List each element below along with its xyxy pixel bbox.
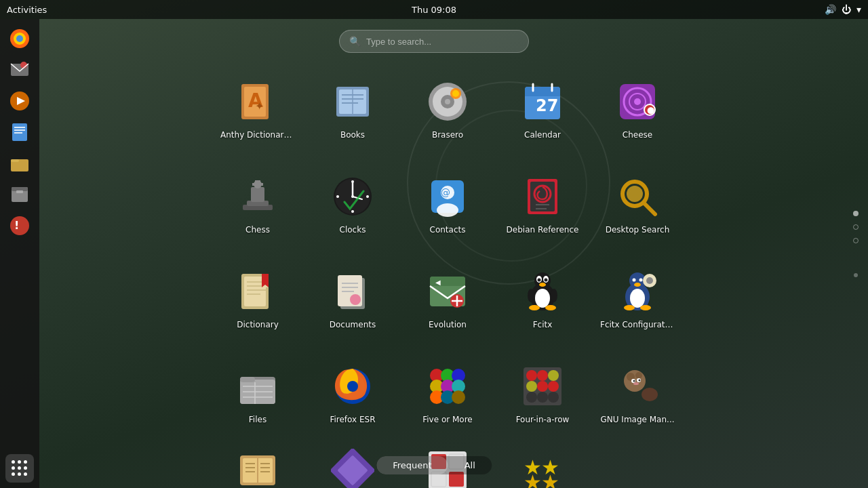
- documents-label: Documents: [330, 320, 376, 329]
- sidebar-item-liferea[interactable]: !: [5, 211, 34, 240]
- svg-point-2: [16, 35, 23, 42]
- app-item-chess[interactable]: Chess: [210, 156, 305, 251]
- app-item-five-or-more[interactable]: Five or More: [400, 346, 495, 441]
- hdate-icon: [328, 446, 377, 488]
- app-item-desktop-search[interactable]: Desktop Search: [590, 156, 685, 251]
- app-item-fcitx-configuration[interactable]: Fcitx Configurati...: [590, 251, 685, 346]
- app-item-brasero[interactable]: Brasero: [400, 61, 495, 156]
- page-indicators: [853, 211, 859, 277]
- svg-point-147: [635, 372, 642, 379]
- svg-text:★: ★: [541, 470, 559, 488]
- app-item-gnu-image-man[interactable]: GNU Image Man...: [590, 346, 685, 441]
- svg-rect-10: [14, 132, 22, 134]
- gnu-image-man-icon: [613, 362, 662, 411]
- page-dot-2[interactable]: [853, 224, 859, 230]
- calendar-label: Calendar: [524, 130, 561, 140]
- show-apps-button[interactable]: [5, 454, 34, 483]
- svg-point-143: [537, 392, 548, 403]
- svg-text:✦: ✦: [255, 100, 264, 113]
- app-item-evolution[interactable]: ◀ Evolution: [400, 251, 495, 346]
- search-bar: 🔍: [339, 30, 529, 53]
- app-item-anthy-dictionary[interactable]: A ✦ Anthy Dictionary...: [210, 61, 305, 156]
- svg-point-151: [639, 380, 641, 382]
- volume-icon[interactable]: 🔊: [825, 4, 836, 15]
- desktop-search-icon: [613, 172, 662, 221]
- svg-point-138: [548, 370, 559, 381]
- app-item-dictionary[interactable]: Dictionary: [210, 251, 305, 346]
- clock-display: Thu 09:08: [412, 5, 456, 15]
- tab-all[interactable]: All: [448, 456, 492, 474]
- sidebar-item-firefox[interactable]: [5, 24, 34, 53]
- settings-arrow-icon[interactable]: ▾: [856, 4, 861, 15]
- svg-rect-118: [240, 377, 255, 382]
- svg-rect-50: [255, 180, 260, 183]
- app-item-firefox-esr[interactable]: Firefox ESR: [305, 346, 400, 441]
- svg-text:!: !: [14, 219, 19, 232]
- power-icon[interactable]: ⏻: [842, 4, 851, 15]
- evolution-label: Evolution: [429, 320, 467, 329]
- svg-point-43: [634, 98, 641, 105]
- app-item-debian-reference[interactable]: Debian Reference: [495, 156, 590, 251]
- files-icon: [233, 362, 282, 411]
- files-label: Files: [249, 415, 267, 424]
- search-icon: 🔍: [349, 36, 361, 47]
- search-container: 🔍: [339, 30, 529, 53]
- svg-point-141: [548, 381, 559, 392]
- svg-text:⬤: ⬤: [647, 106, 654, 115]
- four-in-a-row-label: Four-in-a-row: [516, 415, 570, 424]
- app-item-clocks[interactable]: Clocks: [305, 156, 400, 251]
- page-dot-4[interactable]: [854, 273, 858, 277]
- svg-point-125: [347, 381, 358, 392]
- svg-point-63: [437, 203, 458, 217]
- svg-point-134: [452, 390, 465, 404]
- svg-point-103: [551, 289, 557, 302]
- svg-point-140: [537, 381, 548, 392]
- app-item-iagno[interactable]: ★ ★ ★ ★ Iagno: [495, 441, 590, 488]
- topbar: Activities Thu 09:08 🔊 ⏻ ▾: [0, 0, 868, 19]
- search-input[interactable]: [366, 37, 515, 47]
- svg-point-113: [640, 305, 651, 310]
- sidebar-item-writer[interactable]: [5, 118, 34, 146]
- svg-text:◀: ◀: [435, 279, 441, 286]
- books-icon: [328, 77, 377, 126]
- app-item-files[interactable]: Files: [210, 346, 305, 441]
- svg-point-57: [351, 180, 354, 183]
- app-item-documents[interactable]: Documents: [305, 251, 400, 346]
- svg-point-150: [633, 380, 635, 382]
- svg-point-58: [351, 210, 354, 213]
- app-item-contacts[interactable]: @ Contacts: [400, 156, 495, 251]
- sidebar-item-rhythmbox[interactable]: [5, 87, 34, 115]
- app-item-fcitx[interactable]: Fcitx: [495, 251, 590, 346]
- app-item-books[interactable]: Books: [305, 61, 400, 156]
- svg-rect-9: [14, 129, 25, 131]
- svg-rect-51: [252, 183, 263, 186]
- sidebar-item-mail[interactable]: [5, 56, 34, 84]
- sidebar-item-archive[interactable]: [5, 180, 34, 209]
- sidebar-item-files[interactable]: [5, 149, 34, 178]
- chess-label: Chess: [245, 225, 270, 235]
- clocks-label: Clocks: [340, 225, 366, 235]
- calendar-icon: 27: [518, 77, 567, 126]
- firefox-esr-label: Firefox ESR: [330, 415, 375, 424]
- activities-button[interactable]: Activities: [7, 5, 47, 15]
- app-item-four-in-a-row[interactable]: Four-in-a-row: [495, 346, 590, 441]
- app-item-calendar[interactable]: 27 Calendar: [495, 61, 590, 156]
- app-item-cheese[interactable]: ⬤ Cheese: [590, 61, 685, 156]
- page-dot-3[interactable]: [853, 238, 859, 243]
- svg-point-111: [634, 283, 641, 287]
- svg-point-153: [642, 388, 658, 401]
- goldendict-icon: [233, 446, 282, 488]
- svg-point-33: [452, 90, 459, 97]
- fcitx-icon: [518, 267, 567, 316]
- documents-icon: [328, 267, 377, 316]
- app-item-goldendict[interactable]: GoldenDict: [210, 441, 305, 488]
- fcitx-configuration-icon: [613, 267, 662, 316]
- page-dot-1[interactable]: [853, 211, 859, 216]
- cheese-label: Cheese: [623, 130, 652, 140]
- desktop-search-label: Desktop Search: [606, 225, 670, 235]
- tab-frequent[interactable]: Frequent: [376, 456, 448, 474]
- svg-text:★: ★: [524, 470, 542, 488]
- svg-line-72: [644, 203, 655, 214]
- topbar-right-icons: 🔊 ⏻ ▾: [825, 4, 861, 15]
- fcitx-label: Fcitx: [533, 320, 553, 329]
